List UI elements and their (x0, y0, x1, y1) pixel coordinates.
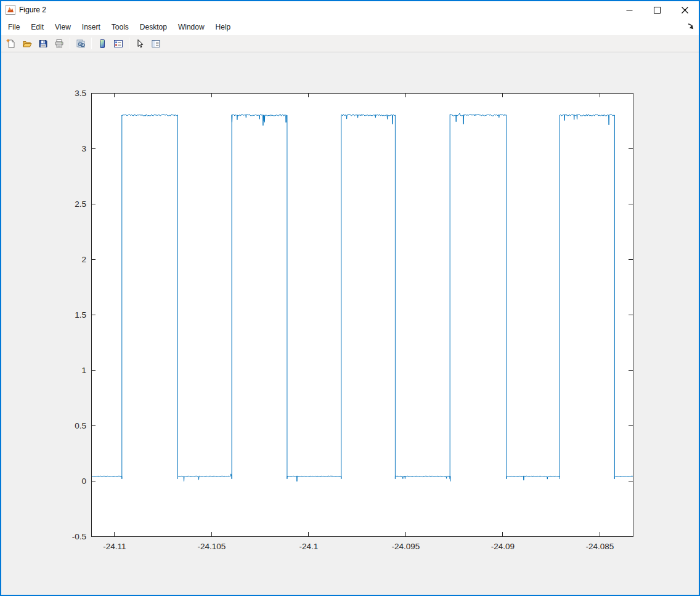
close-button[interactable] (671, 1, 699, 18)
menu-window[interactable]: Window (173, 20, 210, 34)
x-tick-label: -24.105 (197, 542, 226, 551)
menu-help[interactable]: Help (210, 20, 237, 34)
y-tick-label: 3.5 (75, 89, 86, 98)
property-inspector-button[interactable] (149, 36, 163, 50)
menu-tools[interactable]: Tools (106, 20, 134, 34)
x-tick-label: -24.1 (299, 542, 318, 551)
link-plot-icon (76, 39, 86, 49)
print-figure-icon (54, 39, 64, 49)
y-tick-label: -0.5 (72, 532, 86, 541)
title-bar: Figure 2 (1, 1, 699, 18)
y-tick-label: 0.5 (75, 421, 86, 430)
menu-desktop[interactable]: Desktop (134, 20, 173, 34)
y-tick-label: 2.5 (75, 199, 86, 209)
close-icon (682, 7, 688, 14)
menu-file[interactable]: File (2, 20, 25, 34)
x-tick-label: -24.085 (586, 542, 614, 551)
toolbar-separator (129, 38, 129, 49)
y-tick-label: 0 (81, 477, 86, 486)
y-tick-label: 1.5 (75, 310, 86, 320)
x-tick-label: -24.09 (491, 542, 515, 551)
maximize-icon (654, 7, 661, 14)
y-tick-label: 2 (81, 255, 86, 264)
menu-view[interactable]: View (49, 20, 76, 34)
insert-colorbar-button[interactable] (95, 36, 110, 50)
maximize-button[interactable] (643, 1, 671, 18)
dock-figure-icon[interactable] (686, 22, 695, 31)
insert-legend-button[interactable] (111, 36, 126, 50)
figure-canvas: -24.11-24.105-24.1-24.095-24.09-24.085-0… (1, 52, 699, 595)
window-title: Figure 2 (19, 6, 46, 14)
matlab-logo-icon (6, 5, 15, 15)
edit-plot-button[interactable] (132, 36, 147, 50)
menu-bar: File Edit View Insert Tools Desktop Wind… (1, 18, 699, 35)
property-inspector-icon (151, 39, 161, 49)
menu-edit[interactable]: Edit (25, 20, 49, 34)
link-plot-button[interactable] (73, 36, 88, 50)
y-tick-label: 3 (81, 144, 86, 153)
new-figure-button[interactable] (4, 36, 18, 50)
print-figure-button[interactable] (52, 36, 67, 50)
y-tick-label: 1 (81, 366, 86, 375)
open-file-button[interactable] (20, 36, 35, 50)
figure-window: Figure 2 File Edit View Insert Tools Des… (0, 0, 700, 596)
insert-colorbar-icon (97, 39, 107, 49)
minimize-button[interactable] (616, 1, 643, 18)
x-tick-label: -24.11 (103, 542, 126, 551)
menu-insert[interactable]: Insert (76, 20, 106, 34)
edit-plot-icon (135, 39, 145, 49)
new-figure-icon (6, 39, 16, 49)
minimize-icon (626, 7, 633, 14)
figure-toolbar (1, 35, 699, 52)
save-figure-button[interactable] (36, 36, 51, 50)
open-file-icon (22, 39, 32, 49)
toolbar-separator (70, 38, 70, 49)
insert-legend-icon (113, 39, 123, 49)
x-tick-label: -24.095 (391, 542, 420, 551)
plot-area (91, 93, 633, 536)
toolbar-separator (91, 38, 92, 49)
axes-plot: -24.11-24.105-24.1-24.095-24.09-24.085-0… (1, 52, 699, 595)
save-figure-icon (38, 39, 48, 49)
